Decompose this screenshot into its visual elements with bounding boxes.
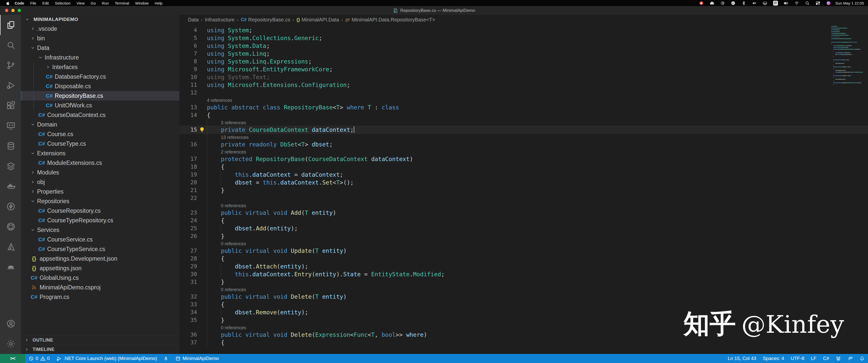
line-number[interactable]: 28: [179, 255, 197, 262]
line-number[interactable]: 10: [179, 74, 197, 80]
code-line-28[interactable]: 28 {: [179, 255, 868, 262]
codelens-references[interactable]: 13 references: [179, 134, 868, 140]
line-number[interactable]: 27: [179, 248, 197, 254]
project-status[interactable]: MinimalApiDemo: [172, 354, 222, 363]
menu-item-code[interactable]: Code: [11, 1, 27, 5]
tree-item-coursedatacontext-cs[interactable]: C#CourseDataContext.cs: [21, 110, 179, 120]
activity-extensions-icon[interactable]: [0, 96, 21, 116]
code-line-7[interactable]: 7using System.Linq;: [179, 50, 868, 58]
line-number[interactable]: 8: [179, 58, 197, 65]
tree-item-databasefactory-cs[interactable]: C#DatabaseFactory.cs: [21, 72, 179, 81]
breadcrumb-item[interactable]: MinimalAPI.Data.RepositoryBase<T>: [345, 17, 435, 23]
tree-item--vscode[interactable]: .vscode: [21, 24, 179, 34]
tree-item-repositorybase-cs[interactable]: C#RepositoryBase.cs: [21, 91, 179, 101]
tree-item-globalusing-cs[interactable]: C#GlobalUsing.cs: [21, 273, 179, 283]
codelens-references[interactable]: 2 references: [179, 148, 868, 155]
apple-menu-icon[interactable]: [4, 1, 11, 5]
code-line-24[interactable]: 24 {: [179, 217, 868, 224]
encoding-status[interactable]: UTF-8: [787, 354, 808, 363]
code-area[interactable]: 4using System;5using System.Collections.…: [179, 25, 868, 354]
code-line-15[interactable]: 15 private CourseDataContext dataContext…: [179, 126, 868, 134]
tree-item-appsettings-development-json[interactable]: {}appsettings.Development.json: [21, 254, 179, 263]
tree-item-domain[interactable]: Domain: [21, 120, 179, 129]
codelens-references[interactable]: 3 references: [179, 119, 868, 126]
display-icon[interactable]: [761, 0, 769, 6]
volume-icon[interactable]: [750, 0, 759, 6]
activity-thunder-icon[interactable]: [0, 196, 21, 217]
menu-item-selection[interactable]: Selection: [52, 1, 74, 5]
tree-item-extensions[interactable]: Extensions: [21, 148, 179, 158]
code-line-12[interactable]: 12: [179, 89, 868, 97]
tree-item-data[interactable]: Data: [21, 43, 179, 53]
line-number[interactable]: 18: [179, 164, 197, 170]
code-line-23[interactable]: 23 public virtual void Add(T entity): [179, 209, 868, 217]
code-line-9[interactable]: 9using Microsoft.EntityFrameworkCore;: [179, 65, 868, 73]
bluetooth-icon[interactable]: [740, 0, 748, 6]
line-number[interactable]: 31: [179, 279, 197, 285]
line-number[interactable]: 11: [179, 82, 197, 88]
close-button[interactable]: [5, 9, 8, 12]
tree-item-properties[interactable]: Properties: [21, 187, 179, 196]
line-number[interactable]: 24: [179, 217, 197, 224]
battery-icon[interactable]: [782, 0, 790, 6]
minimap[interactable]: [831, 26, 865, 86]
code-line-20[interactable]: 20 dbset = this.dataContext.Set<T>();: [179, 178, 868, 186]
pinyin-input-icon[interactable]: 拼: [771, 0, 780, 6]
control-center-icon[interactable]: [814, 0, 822, 6]
line-number[interactable]: 19: [179, 171, 197, 178]
tree-item-repositories[interactable]: Repositories: [21, 196, 179, 206]
lightbulb-icon[interactable]: [197, 127, 207, 133]
code-line-19[interactable]: 19 this.dataContext = dataContext;: [179, 171, 868, 178]
activity-laptop-icon[interactable]: [0, 257, 21, 277]
wifi-icon[interactable]: [793, 0, 801, 6]
line-number[interactable]: 5: [179, 35, 197, 41]
tree-item-interfaces[interactable]: Interfaces: [21, 62, 179, 72]
spotlight-icon[interactable]: [803, 0, 812, 6]
indentation-status[interactable]: Spaces: 4: [760, 354, 787, 363]
line-number[interactable]: 4: [179, 27, 197, 33]
line-number[interactable]: 35: [179, 317, 197, 323]
activity-search-icon[interactable]: [0, 35, 21, 55]
tree-item-course-cs[interactable]: C#Course.cs: [21, 129, 179, 139]
code-line-30[interactable]: 30 this.dataContext.Entry(entity).State …: [179, 270, 868, 278]
tree-item-disposable-cs[interactable]: C#Disposable.cs: [21, 81, 179, 91]
breadcrumb-item[interactable]: {}MinimalAPI.Data: [297, 17, 339, 23]
activity-run-debug-icon[interactable]: [0, 75, 21, 96]
code-line-21[interactable]: 21 }: [179, 186, 868, 194]
line-number[interactable]: 20: [179, 179, 197, 186]
code-line-11[interactable]: 11using Microsoft.Extensions.Configurati…: [179, 81, 868, 89]
code-line-8[interactable]: 8using System.Linq.Expressions;: [179, 58, 868, 65]
line-number[interactable]: 9: [179, 66, 197, 72]
hot-reload-status[interactable]: [160, 354, 172, 363]
menu-bar-clock[interactable]: Sun May 1 22:05: [833, 1, 864, 5]
siri-icon[interactable]: [824, 0, 833, 6]
menu-item-edit[interactable]: Edit: [39, 1, 52, 5]
line-number[interactable]: 30: [179, 271, 197, 277]
code-line-16[interactable]: 16 private readonly DbSet<T> dbset;: [179, 140, 868, 148]
code-line-26[interactable]: 26 }: [179, 232, 868, 240]
line-number[interactable]: 34: [179, 309, 197, 316]
cursor-position-status[interactable]: Ln 15, Col 43: [724, 354, 760, 363]
feedback-status[interactable]: [844, 354, 856, 363]
activity-explorer-icon[interactable]: [0, 15, 21, 35]
line-number[interactable]: 22: [179, 195, 197, 201]
tree-item-coursetype-cs[interactable]: C#CourseType.cs: [21, 139, 179, 148]
codelens-references[interactable]: 4 references: [179, 97, 868, 103]
menu-item-window[interactable]: Window: [132, 1, 152, 5]
activity-remote-explorer-icon[interactable]: [0, 116, 21, 136]
line-number[interactable]: 12: [179, 90, 197, 96]
line-number[interactable]: 25: [179, 225, 197, 231]
code-line-13[interactable]: 13public abstract class RepositoryBase<T…: [179, 103, 868, 111]
notifications-status[interactable]: [856, 354, 868, 363]
codelens-references[interactable]: 0 references: [179, 202, 868, 209]
code-line-10[interactable]: 10using System.Text;: [179, 73, 868, 81]
line-number[interactable]: 15: [179, 127, 197, 133]
code-line-27[interactable]: 27 public virtual void Update(T entity): [179, 247, 868, 255]
line-number[interactable]: 17: [179, 156, 197, 162]
language-mode-status[interactable]: C#: [820, 354, 832, 363]
cloud-sync-icon[interactable]: [708, 0, 716, 6]
tree-item-coursetypeservice-cs[interactable]: C#CourseTypeService.cs: [21, 244, 179, 254]
tree-item-modules[interactable]: Modules: [21, 168, 179, 177]
line-number[interactable]: 6: [179, 43, 197, 49]
tree-item-appsettings-json[interactable]: {}appsettings.json: [21, 263, 179, 273]
